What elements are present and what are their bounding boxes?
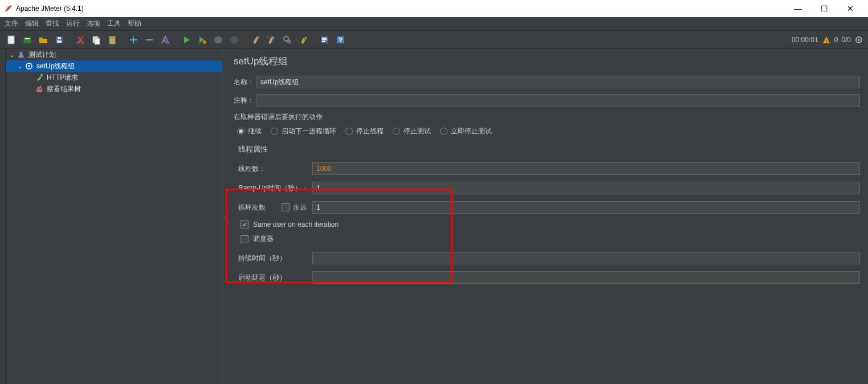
svg-rect-11	[111, 36, 114, 38]
results-tree-icon	[34, 84, 44, 93]
rampup-input[interactable]	[312, 182, 860, 194]
threads-label: 线程数：	[238, 164, 312, 174]
radio-stop-test-now[interactable]: 立即停止测试	[440, 126, 492, 136]
clear-all-icon[interactable]	[264, 33, 278, 47]
new-icon[interactable]	[5, 33, 18, 47]
start-icon[interactable]	[180, 33, 193, 47]
copy-icon[interactable]	[89, 33, 103, 47]
svg-rect-4	[57, 40, 62, 43]
menu-search[interactable]: 查找	[46, 19, 59, 28]
start-no-timers-icon[interactable]	[195, 33, 209, 47]
tree-label: 察看结果树	[47, 84, 81, 94]
threads-input[interactable]	[312, 162, 860, 175]
loop-label: 循环次数	[238, 203, 282, 213]
forever-checkbox[interactable]	[282, 203, 290, 211]
jmeter-feather-icon	[5, 5, 13, 13]
svg-marker-16	[214, 36, 222, 43]
titlebar: Apache JMeter (5.4.1) — ☐ ✕	[0, 0, 868, 17]
svg-point-31	[858, 39, 860, 41]
svg-point-34	[40, 74, 43, 76]
content-panel: setUp线程组 名称： 注释： 在取样器错误后要执行的动作 继续 启动下一进程…	[226, 49, 868, 384]
name-input[interactable]	[256, 76, 860, 88]
timer-label: 00:00:01	[792, 36, 818, 44]
menu-file[interactable]: 文件	[5, 19, 18, 28]
thread-count: 0/0	[841, 36, 851, 44]
svg-text:!: !	[825, 38, 827, 44]
radio-stop-thread[interactable]: 停止线程	[345, 126, 384, 136]
window-controls: — ☐ ✕	[785, 0, 863, 17]
warning-icon[interactable]: !	[822, 35, 831, 44]
svg-rect-2	[25, 38, 30, 39]
svg-rect-1	[23, 37, 31, 43]
tree-row-results-tree[interactable]: 察看结果树	[6, 83, 222, 95]
maximize-button[interactable]: ☐	[811, 0, 837, 17]
svg-rect-18	[256, 36, 259, 39]
tree-expander-icon[interactable]: ⌄	[16, 63, 24, 70]
radio-stop-test[interactable]: 停止测试	[393, 126, 431, 136]
menu-edit[interactable]: 编辑	[25, 19, 39, 28]
on-error-label: 在取样器错误后要执行的动作	[234, 112, 860, 122]
templates-icon[interactable]	[21, 33, 34, 47]
paste-icon[interactable]	[105, 33, 119, 47]
svg-rect-35	[36, 89, 42, 92]
tree-label: HTTP请求	[47, 73, 78, 83]
warning-count: 0	[834, 36, 838, 44]
menu-run[interactable]: 运行	[66, 19, 80, 28]
rampup-label: Ramp-Up时间（秒）：	[238, 183, 312, 193]
open-icon[interactable]	[36, 33, 50, 47]
function-helper-icon[interactable]	[317, 33, 331, 47]
svg-text:?: ?	[339, 36, 343, 43]
help-icon[interactable]: ?	[333, 33, 347, 47]
scheduler-label: 调度器	[253, 234, 274, 244]
menubar: 文件 编辑 查找 运行 选项 工具 帮助	[0, 17, 868, 31]
gear-icon	[24, 62, 34, 71]
collapse-icon[interactable]	[142, 33, 156, 47]
left-gutter	[0, 49, 6, 384]
svg-rect-26	[322, 41, 325, 42]
radio-continue[interactable]: 继续	[237, 126, 262, 136]
beaker-icon	[16, 50, 26, 59]
pipette-icon	[34, 73, 44, 82]
tree-row-setup-thread-group[interactable]: ⌄ setUp线程组	[6, 60, 222, 72]
panel-title: setUp线程组	[234, 55, 860, 68]
comment-input[interactable]	[256, 94, 860, 107]
svg-rect-19	[271, 36, 274, 39]
svg-rect-9	[95, 38, 100, 44]
toggle-icon[interactable]	[158, 33, 172, 47]
menu-options[interactable]: 选项	[87, 19, 100, 28]
close-button[interactable]: ✕	[837, 0, 863, 17]
minimize-button[interactable]: —	[785, 0, 811, 17]
svg-point-15	[203, 40, 206, 44]
menu-help[interactable]: 帮助	[128, 19, 141, 28]
tree-expander-icon[interactable]: ⌄	[8, 52, 16, 58]
svg-rect-24	[322, 38, 327, 39]
stop-icon[interactable]	[211, 33, 225, 47]
tree-row-http-request[interactable]: HTTP请求	[6, 72, 222, 83]
svg-point-33	[28, 65, 30, 67]
save-icon[interactable]	[52, 33, 66, 47]
menu-tools[interactable]: 工具	[107, 19, 121, 28]
forever-label: 永远	[293, 203, 307, 213]
test-plan-tree[interactable]: ⌄ 测试计划 ⌄ setUp线程组 HTTP请求 察看结果树	[6, 49, 222, 384]
loop-input[interactable]	[312, 201, 860, 214]
expand-icon[interactable]	[127, 33, 140, 47]
thread-properties-title: 线程属性	[238, 144, 860, 154]
tree-row-test-plan[interactable]: ⌄ 测试计划	[6, 49, 222, 60]
duration-input	[312, 252, 860, 264]
search-icon[interactable]	[280, 33, 294, 47]
svg-rect-25	[322, 39, 327, 40]
delay-input	[312, 271, 860, 284]
delay-label: 启动延迟（秒）	[238, 273, 312, 283]
main-area: ⌄ 测试计划 ⌄ setUp线程组 HTTP请求 察看结果树 ··· setUp…	[0, 49, 868, 384]
radio-start-next-loop[interactable]: 启动下一进程循环	[271, 126, 336, 136]
same-user-checkbox[interactable]	[241, 220, 248, 228]
clear-icon[interactable]	[248, 33, 262, 47]
reset-search-icon[interactable]	[296, 33, 310, 47]
on-error-radio-group: 继续 启动下一进程循环 停止线程 停止测试 立即停止测试	[237, 126, 860, 136]
svg-rect-5	[58, 37, 61, 39]
scheduler-checkbox[interactable]	[241, 235, 248, 243]
shutdown-icon[interactable]	[227, 33, 241, 47]
running-indicator-icon	[854, 35, 863, 44]
toolbar: ? 00:00:01 ! 0 0/0	[0, 31, 868, 49]
cut-icon[interactable]	[74, 33, 87, 47]
